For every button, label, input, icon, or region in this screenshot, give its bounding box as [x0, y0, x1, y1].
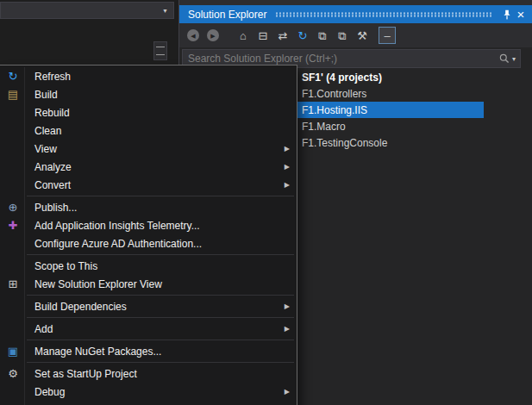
toolbar-glyph: ◀ — [187, 29, 199, 41]
tree-item-label: F1.Hosting.IIS — [302, 104, 367, 116]
application-insights-icon: ✚ — [2, 220, 24, 231]
menu-item[interactable]: ⚙ Set as StartUp Project ▶ — [0, 364, 297, 383]
refresh-icon: ↻ — [2, 71, 24, 82]
preview-selected-items-icon[interactable]: – — [379, 27, 396, 44]
publish-icon: ⊕ — [2, 202, 24, 213]
submenu-arrow-icon: ▶ — [285, 163, 290, 171]
new-solution-explorer-view-icon: ⊞ — [2, 278, 24, 290]
pin-icon[interactable] — [500, 9, 514, 20]
menu-item-label: Convert — [34, 179, 71, 191]
chevron-down-icon: ▼ — [162, 8, 168, 14]
submenu-arrow-icon: ▶ — [285, 302, 290, 310]
search-icon — [499, 53, 510, 64]
menu-item-label: Build — [34, 89, 58, 101]
menu-item[interactable]: Debug ▶ — [0, 383, 297, 401]
menu-item-label: Clean — [34, 125, 61, 137]
menu-item[interactable]: Scope to This ▶ — [0, 257, 297, 275]
toolbar-glyph: ⚒ — [357, 30, 367, 41]
toolbar-glyph: ⇄ — [279, 30, 288, 41]
menu-item-label: Add Application Insights Telemetry... — [34, 220, 200, 232]
sync-with-active-document-icon[interactable]: ⇄ — [274, 27, 291, 44]
toolbar-glyph: ⧉ — [318, 30, 326, 41]
menu-item[interactable]: Build Dependencies ▶ — [0, 297, 297, 315]
tree-item-label: F1.Controllers — [302, 88, 366, 100]
submenu-arrow-icon: ▶ — [285, 388, 290, 396]
menu-item[interactable]: Analyze ▶ — [0, 158, 297, 176]
close-icon[interactable]: × — [514, 8, 528, 21]
submenu-arrow-icon: ▶ — [285, 325, 290, 333]
toolbar-glyph: ⧉ — [338, 30, 346, 41]
tree-item-label: F1.TestingConsole — [302, 137, 387, 149]
toolbar-glyph: ↻ — [298, 30, 308, 41]
vs-window: ▼ Solution Explorer × ◀ — [0, 0, 532, 405]
menu-item[interactable]: Rebuild ▶ — [0, 103, 297, 122]
drag-handle[interactable] — [275, 12, 491, 17]
menu-item[interactable]: Clean ▶ — [0, 122, 297, 140]
menu-item[interactable]: Convert ▶ — [0, 176, 297, 194]
splitter-grip[interactable] — [153, 41, 167, 60]
menu-item[interactable]: Configure Azure AD Authentication... ▶ — [0, 234, 297, 252]
menu-item[interactable]: ✚ Add Application Insights Telemetry... … — [0, 216, 297, 234]
toolbar-glyph: – — [384, 30, 390, 41]
menu-item-label: Build Dependencies — [34, 301, 127, 313]
context-menu: ↻ Refresh ▶ ▤ Build ▶ Rebuild ▶ Clean ▶ — [0, 65, 297, 405]
build-icon: ▤ — [2, 89, 24, 100]
toolbar-glyph: ⊟ — [259, 30, 268, 41]
menu-item[interactable]: View ▶ — [0, 140, 297, 158]
menu-item-label: View — [34, 143, 57, 155]
toolbar-glyph: ▶ — [207, 29, 219, 41]
menu-item-label: Refresh — [34, 71, 71, 83]
menu-item-label: Configure Azure AD Authentication... — [34, 238, 202, 250]
gear-icon: ⚙ — [2, 368, 24, 379]
tree-item-label: SF1' (4 projects) — [302, 72, 382, 84]
menu-item[interactable]: Add ▶ — [0, 320, 297, 338]
menu-item-label: Debug — [34, 386, 65, 398]
submenu-arrow-icon: ▶ — [285, 181, 290, 189]
nuget-icon: ▣ — [2, 346, 24, 357]
menu-item-label: Manage NuGet Packages... — [34, 346, 161, 358]
submenu-arrow-icon: ▶ — [285, 145, 290, 153]
navigation-dropdown[interactable]: ▼ — [0, 2, 174, 19]
toolbar-glyph: ⌂ — [240, 30, 247, 41]
wrench-icon[interactable]: ⚒ — [354, 27, 371, 44]
menu-item-label: Publish... — [34, 202, 77, 214]
pin-icon-glyph — [503, 9, 511, 20]
menu-item-label: New Solution Explorer View — [34, 278, 162, 290]
menu-item-label: Add — [34, 323, 53, 335]
tree-item-label: F1.Macro — [302, 121, 346, 133]
search-input[interactable] — [183, 53, 499, 65]
solution-explorer-titlebar[interactable]: Solution Explorer × — [179, 5, 532, 23]
menu-item[interactable]: ⊞ New Solution Explorer View ▶ — [0, 275, 297, 293]
home-icon[interactable]: ⌂ — [235, 27, 252, 44]
collapse-all-icon[interactable]: ⊟ — [254, 27, 272, 44]
pages-icon[interactable]: ⧉ — [334, 27, 351, 44]
panel-title: Solution Explorer — [188, 9, 266, 21]
show-all-files-icon[interactable]: ⧉ — [314, 27, 331, 44]
back-icon[interactable]: ◀ — [185, 27, 202, 44]
menu-item[interactable]: ▣ Manage NuGet Packages... ▶ — [0, 342, 297, 360]
menu-item-label: Analyze — [34, 161, 72, 173]
menu-item[interactable]: ↻ Refresh ▶ — [0, 67, 297, 85]
menu-item[interactable]: ▤ Build ▶ — [0, 85, 297, 103]
menu-item-label: Rebuild — [34, 107, 70, 119]
search-controls[interactable]: ▾ — [499, 53, 516, 64]
solution-explorer-toolbar: ◀ ▶ ⌂ ⊟ ⇄ ↻ — [179, 23, 532, 47]
menu-item[interactable]: ⊕ Publish... ▶ — [0, 198, 297, 216]
menu-item-label: Set as StartUp Project — [34, 368, 137, 380]
forward-icon[interactable]: ▶ — [204, 27, 222, 44]
search-dropdown-arrow-icon: ▾ — [512, 55, 516, 63]
refresh-icon[interactable]: ↻ — [294, 27, 311, 44]
menu-item-label: Scope to This — [34, 260, 97, 272]
